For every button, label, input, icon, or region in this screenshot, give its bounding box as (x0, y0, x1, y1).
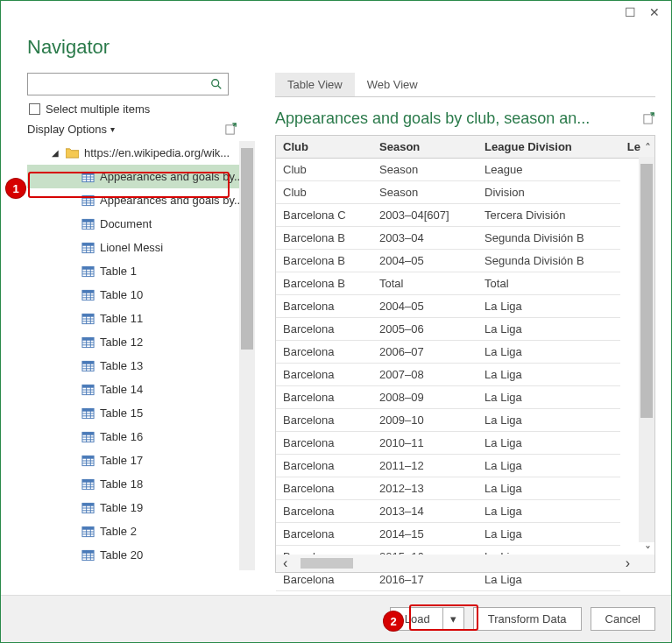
table-cell: Barcelona (276, 409, 372, 432)
table-row[interactable]: Barcelona2010–11La Liga (276, 432, 654, 455)
table-row[interactable]: Barcelona2005–06La Liga (276, 318, 654, 341)
annotation-badge-1: 1 (6, 179, 25, 198)
table-row[interactable]: Barcelona B2004–05Segunda División B (276, 250, 654, 272)
search-icon (210, 78, 223, 90)
tree-item[interactable]: Table 17 (27, 449, 255, 472)
checkbox-icon (29, 103, 40, 115)
table-row[interactable]: Barcelona2013–14La Liga (276, 500, 654, 523)
svg-rect-72 (82, 385, 94, 387)
table-cell: Barcelona (276, 295, 372, 318)
tab-table-view[interactable]: Table View (275, 73, 355, 96)
table-horizontal-scrollbar[interactable]: ‹ › (276, 555, 654, 572)
tree-item[interactable]: Table 19 (27, 496, 255, 519)
navigator-tree[interactable]: ◢ https://en.wikipedia.org/wik... Appear… (27, 141, 255, 570)
chevron-down-icon: ▾ (110, 124, 115, 134)
tree-item[interactable]: Table 1 (27, 259, 255, 283)
table-icon (81, 407, 95, 420)
tree-item[interactable]: Table 20 (27, 543, 255, 567)
tree-item[interactable]: Table 18 (27, 472, 255, 496)
cancel-button[interactable]: Cancel (591, 607, 655, 631)
table-icon (81, 194, 95, 207)
table-cell: Total (372, 272, 477, 295)
table-cell: La Liga (477, 341, 620, 364)
table-row[interactable]: ClubSeasonDivision (276, 181, 654, 204)
table-row[interactable]: Barcelona2012–13La Liga (276, 477, 654, 500)
scroll-left-icon[interactable]: ‹ (283, 555, 287, 571)
scroll-up-icon[interactable]: ˄ (645, 141, 651, 155)
svg-rect-9 (82, 172, 94, 174)
table-icon (81, 360, 95, 372)
table-cell: Barcelona (276, 432, 372, 455)
tree-item[interactable]: Table 2 (27, 519, 255, 543)
table-row[interactable]: Barcelona2011–12La Liga (276, 455, 654, 477)
table-cell: 2010–11 (372, 432, 477, 455)
table-cell: 2008–09 (372, 386, 477, 409)
table-cell: 2011–12 (372, 455, 477, 477)
preview-title: Appearances and goals by club, season an… (275, 110, 617, 128)
preview-refresh-icon[interactable] (642, 112, 655, 125)
tree-scrollbar[interactable] (239, 141, 255, 570)
folder-icon (66, 147, 79, 159)
table-row[interactable]: Barcelona C2003–04[607]Tercera División (276, 204, 654, 227)
table-row[interactable]: Barcelona2004–05La Liga (276, 295, 654, 318)
table-cell: La Liga (477, 295, 620, 318)
table-row[interactable]: ClubSeasonLeague (276, 159, 654, 181)
svg-rect-2 (226, 125, 234, 134)
tree-item[interactable]: Table 16 (27, 425, 255, 449)
load-dropdown-icon[interactable]: ▾ (442, 607, 464, 631)
table-row[interactable]: Barcelona B2003–04Segunda División B (276, 227, 654, 250)
scroll-right-icon[interactable]: › (626, 555, 630, 571)
tree-item-label: Appearances and goals by... (100, 194, 244, 207)
display-options-dropdown[interactable]: Display Options ▾ (27, 123, 115, 136)
tree-item[interactable]: Table 11 (27, 307, 255, 330)
svg-rect-37 (82, 266, 94, 269)
scrollbar-thumb[interactable] (301, 558, 353, 569)
tree-item[interactable]: Table 14 (27, 378, 255, 401)
tree-item[interactable]: Table 13 (27, 354, 255, 378)
table-cell: Barcelona (276, 523, 372, 546)
table-cell: Club (276, 181, 372, 204)
table-cell: Total (477, 272, 620, 295)
tree-item[interactable]: Lionel Messi (27, 236, 255, 259)
svg-rect-107 (82, 503, 94, 505)
table-row[interactable]: Barcelona2009–10La Liga (276, 409, 654, 432)
table-row[interactable]: Barcelona2014–15La Liga (276, 523, 654, 546)
tree-item[interactable]: Appearances and goals by... (27, 188, 255, 212)
table-vertical-scrollbar[interactable]: ˄ ˅ (639, 157, 654, 542)
tree-item[interactable]: Appearances and goals by... (27, 165, 255, 188)
collapse-arrow-icon: ◢ (52, 148, 60, 158)
table-cell: 2014–15 (372, 523, 477, 546)
scrollbar-thumb[interactable] (241, 148, 253, 350)
table-icon (81, 313, 95, 325)
display-options-label: Display Options (27, 123, 107, 136)
tree-item-label: Table 15 (100, 406, 143, 420)
table-icon (81, 431, 95, 443)
tree-item[interactable]: Table 15 (27, 401, 255, 425)
table-icon (81, 549, 95, 562)
table-icon (81, 455, 95, 467)
table-cell: Barcelona B (276, 272, 372, 295)
select-multiple-checkbox[interactable]: Select multiple items (29, 102, 242, 116)
tree-folder[interactable]: ◢ https://en.wikipedia.org/wik... (27, 141, 255, 165)
column-header[interactable]: League Division (477, 136, 620, 159)
maximize-button[interactable]: ☐ (622, 4, 638, 20)
table-row[interactable]: Barcelona2008–09La Liga (276, 386, 654, 409)
table-cell: 2003–04[607] (372, 204, 477, 227)
column-header[interactable]: Season (372, 136, 477, 159)
refresh-icon[interactable] (224, 123, 237, 136)
close-button[interactable]: ✕ (647, 4, 662, 20)
search-input[interactable] (27, 73, 229, 95)
scrollbar-thumb[interactable] (640, 164, 653, 418)
tab-web-view[interactable]: Web View (355, 73, 430, 96)
tree-item-label: Lionel Messi (100, 241, 163, 254)
table-row[interactable]: Barcelona2007–08La Liga (276, 364, 654, 386)
table-row[interactable]: Barcelona2006–07La Liga (276, 341, 654, 364)
table-row[interactable]: Barcelona BTotalTotal (276, 272, 654, 295)
tree-item[interactable]: Table 10 (27, 283, 255, 307)
tree-item-label: Table 1 (100, 265, 137, 278)
table-icon (81, 526, 95, 538)
column-header[interactable]: Club (276, 136, 372, 159)
tree-item[interactable]: Document (27, 212, 255, 236)
tree-item[interactable]: Table 12 (27, 330, 255, 354)
transform-data-button[interactable]: Transform Data (473, 607, 582, 631)
